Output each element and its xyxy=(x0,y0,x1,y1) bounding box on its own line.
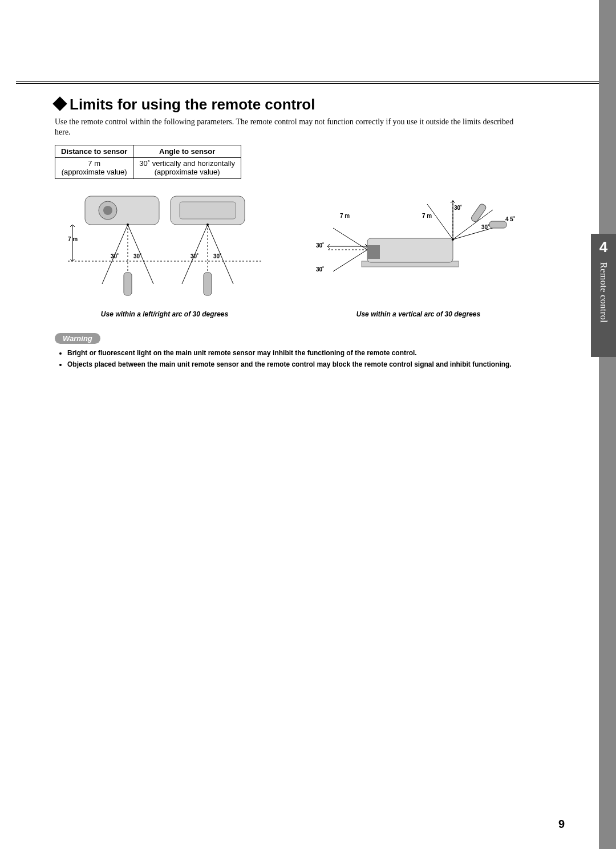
warning-list: Bright or fluorescent light on the main … xyxy=(55,348,528,369)
diagram-right: 7 m 30˚ 30˚ 7 m 30˚ 30˚ 4 5˚ xyxy=(309,193,528,318)
dist-label: 7 m xyxy=(68,236,78,242)
projector-rear-icon xyxy=(171,196,245,225)
table-row: 7 m (approximate value) 30˚ vertically a… xyxy=(55,158,241,179)
svg-rect-15 xyxy=(204,273,212,295)
ang-label: 30˚ xyxy=(213,253,221,259)
diagram-left-svg: 7 m 30˚ 30˚ 30˚ 30˚ xyxy=(68,193,262,301)
svg-rect-19 xyxy=(367,245,380,259)
ang-label: 30˚ xyxy=(191,253,198,259)
page: 4 Remote control Limits for using the re… xyxy=(0,0,616,849)
page-number: 9 xyxy=(558,818,565,831)
top-rule xyxy=(16,81,600,84)
section-title-text: Limits for using the remote control xyxy=(70,96,315,113)
extra-angle-label: 4 5˚ xyxy=(505,216,515,222)
ang-label: 30˚ xyxy=(454,205,462,211)
remote-icon xyxy=(124,273,212,295)
diagrams-row: 7 m 30˚ 30˚ 30˚ 30˚ Use within a left/ri… xyxy=(55,193,528,318)
svg-rect-18 xyxy=(367,238,453,262)
dist-label: 7 m xyxy=(422,213,432,219)
projector-front-icon xyxy=(85,196,159,225)
content-area: Limits for using the remote control Use … xyxy=(55,96,528,371)
svg-rect-4 xyxy=(180,202,236,219)
remote-icon xyxy=(470,203,487,223)
chapter-label: Remote control xyxy=(598,262,609,323)
dist-label: 7 m xyxy=(340,213,350,219)
spec-table: Distance to sensor Angle to sensor 7 m (… xyxy=(55,145,241,179)
ang-label: 30˚ xyxy=(316,242,324,249)
th-angle: Angle to sensor xyxy=(133,145,241,158)
svg-point-2 xyxy=(103,206,112,215)
section-title: Limits for using the remote control xyxy=(55,96,528,113)
ang-label: 30˚ xyxy=(133,253,141,259)
ang-label: 30˚ xyxy=(481,224,489,230)
diagram-right-svg: 7 m 30˚ 30˚ 7 m 30˚ 30˚ 4 5˚ xyxy=(310,193,527,301)
svg-rect-0 xyxy=(85,196,159,225)
warning-pill: Warning xyxy=(55,333,100,344)
cell-angle-note: (approximate value) xyxy=(155,168,220,176)
chapter-number: 4 xyxy=(591,237,616,257)
diagram-left-caption: Use within a left/right arc of 30 degree… xyxy=(55,310,274,318)
cell-angle-value: 30˚ vertically and horizontally xyxy=(139,159,235,168)
svg-line-22 xyxy=(333,250,367,271)
list-item: Objects placed between the main unit rem… xyxy=(67,360,528,369)
side-bar xyxy=(599,0,616,849)
th-distance: Distance to sensor xyxy=(55,145,133,158)
diagram-left: 7 m 30˚ 30˚ 30˚ 30˚ Use within a left/ri… xyxy=(55,193,274,318)
diamond-icon xyxy=(52,96,67,111)
svg-line-25 xyxy=(427,204,453,239)
remote-icon xyxy=(489,221,506,228)
svg-rect-28 xyxy=(470,203,487,223)
table-row: Distance to sensor Angle to sensor xyxy=(55,145,241,158)
chapter-tab: 4 Remote control xyxy=(591,234,616,357)
svg-rect-29 xyxy=(489,221,506,228)
ang-label: 30˚ xyxy=(316,266,324,273)
ang-label: 30˚ xyxy=(111,253,119,259)
diagram-right-caption: Use within a vertical arc of 30 degrees xyxy=(309,310,528,318)
list-item: Bright or fluorescent light on the main … xyxy=(67,348,528,358)
intro-paragraph: Use the remote control within the follow… xyxy=(55,117,528,137)
projector-side-icon xyxy=(367,238,453,262)
warning-block: Warning Bright or fluorescent light on t… xyxy=(55,333,528,369)
svg-rect-14 xyxy=(124,273,132,295)
cell-distance-note: (approximate value) xyxy=(62,168,127,176)
cell-distance-value: 7 m xyxy=(88,159,100,168)
